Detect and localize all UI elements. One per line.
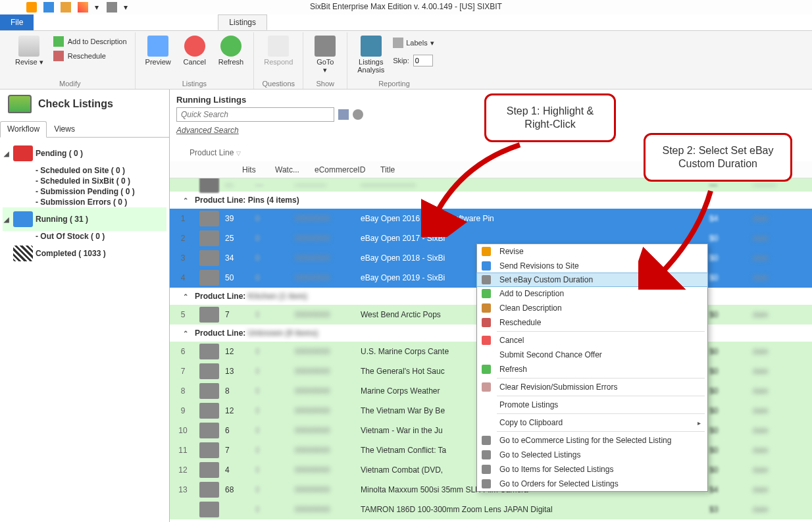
menu-item[interactable]: Go to Selected Listings <box>477 448 707 462</box>
menu-item[interactable]: Go to Items for Selected Listings <box>477 462 707 477</box>
col-watch[interactable]: Watc... <box>275 165 315 174</box>
thumbnail <box>199 270 219 286</box>
menu-item[interactable]: Cancel <box>477 333 707 348</box>
watch-cell: 0 <box>255 310 295 319</box>
reschedule-button[interactable]: Reschedule <box>51 49 130 63</box>
tree-node[interactable]: - Submission Errors ( 0 ) <box>36 197 166 207</box>
preview-button[interactable]: Preview <box>141 32 176 69</box>
ecom-cell: 00000000 <box>295 426 361 435</box>
lbl: Cancel <box>184 58 206 66</box>
hits-cell: 68 <box>222 485 255 494</box>
group-label: Questions <box>259 79 297 89</box>
gear-icon[interactable] <box>353 109 363 120</box>
tab-workflow[interactable]: Workflow <box>0 121 47 138</box>
group-label: Reporting <box>353 79 435 89</box>
skip-label: Skip: <box>393 57 409 65</box>
file-tab[interactable]: File <box>0 14 34 30</box>
menu-label: Promote Listings <box>499 400 558 409</box>
menu-item[interactable]: Clean Description <box>477 301 707 315</box>
sidebar-tabs: Workflow Views <box>0 121 169 138</box>
tab-listings[interactable]: Listings <box>218 14 267 30</box>
lbl: Running ( 31 ) <box>36 215 88 224</box>
lbl: Completed ( 1033 ) <box>36 249 106 258</box>
revise-icon <box>18 36 39 57</box>
menu-item[interactable]: Go to eCommerce Listing for the Selected… <box>477 433 707 448</box>
ecom-cell: 00000000 <box>295 253 361 263</box>
quick-access-toolbar: ▾ ▾ <box>26 2 129 13</box>
thumbnail <box>199 211 219 226</box>
end-cell: date <box>746 214 812 223</box>
price-cell: $0 <box>707 347 746 356</box>
search-icon[interactable] <box>338 109 349 120</box>
advanced-search-link[interactable]: Advanced Search <box>176 126 239 135</box>
skip-input[interactable] <box>413 55 433 66</box>
goto-button[interactable]: GoTo▾ <box>309 32 342 77</box>
tree-node-completed[interactable]: ◢ Completed ( 1033 ) <box>3 242 166 265</box>
search-input[interactable] <box>176 107 334 122</box>
price-cell: $0 <box>707 426 746 435</box>
menu-item[interactable]: Submit Second Chance Offer <box>477 348 707 362</box>
box-icon[interactable] <box>61 2 71 13</box>
menu-item[interactable]: Clear Revision/Submission Errors <box>477 380 707 394</box>
menu-item[interactable]: Reschedule <box>477 315 707 330</box>
ecom-cell: 00000000 <box>295 505 361 514</box>
page-title: Check Listings <box>38 98 113 110</box>
ecom-cell: 00000000 <box>295 234 361 243</box>
collapse-icon[interactable]: ◢ <box>4 150 11 157</box>
menu-label: Go to eCommerce Listing for the Selected… <box>499 436 671 445</box>
ecom-cell: 00000000 <box>295 310 361 319</box>
collapse-icon[interactable]: ◢ <box>4 216 11 223</box>
hits-cell: 8 <box>222 386 255 396</box>
respond-button[interactable]: Respond <box>259 32 297 69</box>
col-hits[interactable]: Hits <box>242 165 275 174</box>
menu-item[interactable]: Promote Listings <box>477 398 707 412</box>
ecom-cell: 00000000 <box>295 214 361 223</box>
tree-node[interactable]: - Scheduled in SixBit ( 0 ) <box>36 176 166 186</box>
menu-label: Clear Revision/Submission Errors <box>499 382 617 392</box>
tab-views[interactable]: Views <box>47 121 82 137</box>
thumbnail <box>199 344 219 359</box>
revise-button[interactable]: Revise ▾ <box>11 32 48 69</box>
cancel-icon <box>184 36 205 57</box>
app-title: SixBit Enterprise Max Edition v. 4.00.14… <box>310 2 502 11</box>
save-icon[interactable] <box>43 2 54 13</box>
add-to-description-button[interactable]: Add to Description <box>51 35 130 48</box>
row-number: 11 <box>170 446 196 455</box>
tree-node[interactable]: - Out Of Stock ( 0 ) <box>36 231 166 242</box>
menu-item[interactable]: Refresh <box>477 362 707 377</box>
listings-analysis-button[interactable]: Listings Analysis <box>353 32 389 77</box>
watch-cell: 0 <box>255 485 295 494</box>
menu-item[interactable]: Copy to Clipboard <box>477 415 707 430</box>
labels-button[interactable]: Labels ▾ <box>392 35 435 51</box>
menu-label: Submit Second Chance Offer <box>499 350 602 359</box>
person-icon[interactable] <box>26 2 37 13</box>
row-number: 5 <box>170 310 196 319</box>
chevron-down-icon[interactable]: ▾ <box>95 3 100 12</box>
thumbnail <box>199 363 219 379</box>
lbl: Step 1: Highlight & Right-Click <box>507 105 594 130</box>
col-ecom[interactable]: eCommerceID <box>315 165 380 174</box>
row-number: 6 <box>170 347 196 356</box>
row-number: 1 <box>170 214 196 223</box>
menu-item[interactable]: Go to Orders for Selected Listings <box>477 477 707 491</box>
sidebar: Check Listings Workflow Views ◢ Pending … <box>0 90 170 522</box>
pencil-icon[interactable] <box>78 2 88 13</box>
menu-label: Revise <box>499 247 524 256</box>
blank-icon <box>480 350 493 360</box>
cancel-button[interactable]: Cancel <box>178 32 211 69</box>
annotation-step1: Step 1: Highlight & Right-Click <box>484 93 616 142</box>
table-row[interactable]: 000000000TAMRON 186D 100-300mm Zoom Lens… <box>170 500 812 519</box>
tree-node[interactable]: - Scheduled on Site ( 0 ) <box>36 165 166 176</box>
chevron-down-icon[interactable]: ▾ <box>124 3 129 12</box>
watch-cell: 0 <box>255 347 295 356</box>
refresh-button[interactable]: Refresh <box>214 32 249 69</box>
end-cell: date <box>746 234 812 243</box>
plus-doc-icon <box>53 36 64 47</box>
group-label: Show <box>309 79 342 89</box>
tree-node[interactable]: - Submission Pending ( 0 ) <box>36 186 166 197</box>
reschedule-label: Reschedule <box>68 52 106 60</box>
tree-node-running[interactable]: ◢ Running ( 31 ) <box>3 207 166 231</box>
tree-node-pending[interactable]: ◢ Pending ( 0 ) <box>3 142 166 165</box>
menu-label: Send Revisions to Site <box>499 261 579 271</box>
list-icon[interactable] <box>107 2 117 13</box>
